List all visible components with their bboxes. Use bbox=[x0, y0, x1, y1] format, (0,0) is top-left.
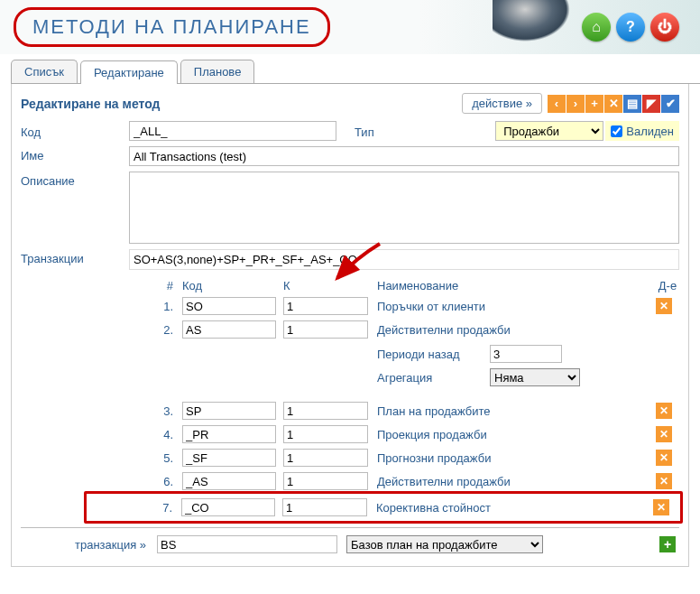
row-delete-icon[interactable]: ✕ bbox=[656, 450, 672, 466]
type-label: Тип bbox=[355, 123, 374, 139]
tab-edit[interactable]: Редактиране bbox=[80, 60, 178, 84]
edit-panel: Редактиране на метод действие » ‹ › + ✕ … bbox=[11, 84, 689, 567]
row-delete-icon[interactable]: ✕ bbox=[656, 426, 672, 442]
tab-list[interactable]: Списък bbox=[11, 60, 78, 83]
row-num: 3. bbox=[147, 404, 179, 418]
valid-wrap[interactable]: Валиден bbox=[605, 121, 679, 141]
tx-formula-display: SO+AS(3,none)+SP+_PR+_SF+_AS+_CO bbox=[129, 249, 679, 270]
row-code-input[interactable] bbox=[182, 297, 276, 315]
row-delete-icon[interactable]: ✕ bbox=[656, 298, 672, 314]
app-header: МЕТОДИ НА ПЛАНИРАНЕ ⌂ ? ⏻ bbox=[0, 0, 700, 54]
code-label: Код bbox=[21, 123, 129, 139]
periods-label: Периоди назад bbox=[377, 348, 490, 361]
valid-checkbox[interactable] bbox=[611, 125, 622, 137]
add-tx-icon[interactable]: + bbox=[659, 536, 676, 552]
row-name: Действителни продажби bbox=[372, 475, 656, 488]
row-num: 4. bbox=[147, 428, 179, 441]
row-delete-icon[interactable]: ✕ bbox=[656, 473, 672, 489]
tab-plans[interactable]: Планове bbox=[180, 60, 255, 83]
code-input[interactable] bbox=[129, 121, 336, 141]
row-code-input[interactable] bbox=[182, 449, 276, 467]
row-name: Корективна стойност bbox=[371, 501, 653, 515]
row-name: План на продажбите bbox=[372, 404, 656, 418]
nav-prev-icon[interactable]: ‹ bbox=[548, 95, 566, 113]
row-name: Поръчки от клиенти bbox=[372, 300, 656, 313]
row-num: 5. bbox=[147, 451, 179, 465]
panel-title: Редактиране на метод bbox=[21, 97, 160, 111]
table-row: 3. План на продажбите ✕ bbox=[147, 399, 679, 422]
row-code-input[interactable] bbox=[181, 498, 275, 516]
name-input[interactable] bbox=[129, 146, 679, 166]
name-label: Име bbox=[21, 146, 129, 162]
tab-bar: Списък Редактиране Планове bbox=[11, 60, 700, 84]
row-k-input[interactable] bbox=[283, 425, 368, 443]
new-tx-code-input[interactable] bbox=[157, 535, 337, 553]
decorative-bird bbox=[493, 0, 574, 44]
table-row: 4. Проекция продажби ✕ bbox=[147, 422, 679, 446]
cancel-icon[interactable]: ◤ bbox=[642, 95, 660, 113]
row-num: 1. bbox=[147, 300, 179, 313]
col-k: К bbox=[280, 279, 372, 292]
row-name: Прогнозни продажби bbox=[372, 451, 656, 465]
table-row: 7. Корективна стойност ✕ bbox=[146, 496, 677, 519]
delete-icon[interactable]: ✕ bbox=[604, 95, 622, 113]
row-k-input[interactable] bbox=[283, 320, 368, 339]
row-num: 7. bbox=[146, 501, 178, 515]
new-tx-name-select[interactable]: Базов план на продажбите bbox=[346, 535, 543, 553]
tx-table: # Код К Наименование Д-е 1. Поръчки от к… bbox=[147, 275, 679, 524]
add-tx-link[interactable]: транзакция » bbox=[75, 538, 146, 552]
row-code-input[interactable] bbox=[182, 402, 276, 420]
home-icon[interactable]: ⌂ bbox=[582, 13, 611, 42]
as-sub-params: Периоди назад Агрегация Няма bbox=[377, 341, 679, 399]
col-name: Наименование bbox=[372, 279, 656, 292]
row-k-input[interactable] bbox=[283, 449, 368, 467]
help-icon[interactable]: ? bbox=[616, 13, 645, 42]
row-k-input[interactable] bbox=[282, 498, 367, 516]
valid-label: Валиден bbox=[626, 125, 674, 138]
row-code-input[interactable] bbox=[182, 320, 276, 339]
row-name: Проекция продажби bbox=[372, 428, 656, 441]
table-row: 6. Действителни продажби ✕ bbox=[147, 469, 679, 493]
list-icon[interactable]: ▤ bbox=[623, 95, 641, 113]
table-row: 2. Действителни продажби bbox=[147, 318, 679, 341]
power-icon[interactable]: ⏻ bbox=[650, 13, 679, 42]
desc-textarea[interactable] bbox=[129, 172, 679, 244]
row-delete-icon[interactable]: ✕ bbox=[653, 499, 669, 515]
desc-label: Описание bbox=[21, 172, 129, 188]
type-select[interactable]: Продажби bbox=[495, 121, 603, 141]
highlighted-row: 7. Корективна стойност ✕ bbox=[84, 491, 683, 524]
periods-input[interactable] bbox=[490, 345, 562, 363]
row-k-input[interactable] bbox=[283, 472, 368, 490]
agg-select[interactable]: Няма bbox=[490, 368, 580, 386]
add-tx-row: транзакция » Базов план на продажбите + bbox=[21, 527, 679, 553]
row-num: 2. bbox=[147, 323, 179, 337]
action-button[interactable]: действие » bbox=[462, 93, 542, 114]
row-name: Действителни продажби bbox=[372, 323, 656, 337]
row-k-input[interactable] bbox=[283, 297, 368, 315]
agg-label: Агрегация bbox=[377, 371, 490, 385]
row-code-input[interactable] bbox=[182, 425, 276, 443]
table-row: 1. Поръчки от клиенти ✕ bbox=[147, 294, 679, 318]
add-icon[interactable]: + bbox=[585, 95, 603, 113]
row-code-input[interactable] bbox=[182, 472, 276, 490]
nav-next-icon[interactable]: › bbox=[566, 95, 585, 113]
col-code: Код bbox=[179, 279, 280, 292]
title-highlight: МЕТОДИ НА ПЛАНИРАНЕ bbox=[14, 7, 330, 47]
tx-label: Транзакции bbox=[21, 249, 129, 265]
col-num: # bbox=[147, 279, 179, 292]
row-delete-icon[interactable]: ✕ bbox=[656, 403, 672, 419]
table-row: 5. Прогнозни продажби ✕ bbox=[147, 446, 679, 469]
col-act: Д-е bbox=[656, 279, 679, 292]
page-title: МЕТОДИ НА ПЛАНИРАНЕ bbox=[32, 15, 311, 39]
confirm-icon[interactable]: ✔ bbox=[661, 95, 679, 113]
row-k-input[interactable] bbox=[283, 402, 368, 420]
row-num: 6. bbox=[147, 475, 179, 488]
